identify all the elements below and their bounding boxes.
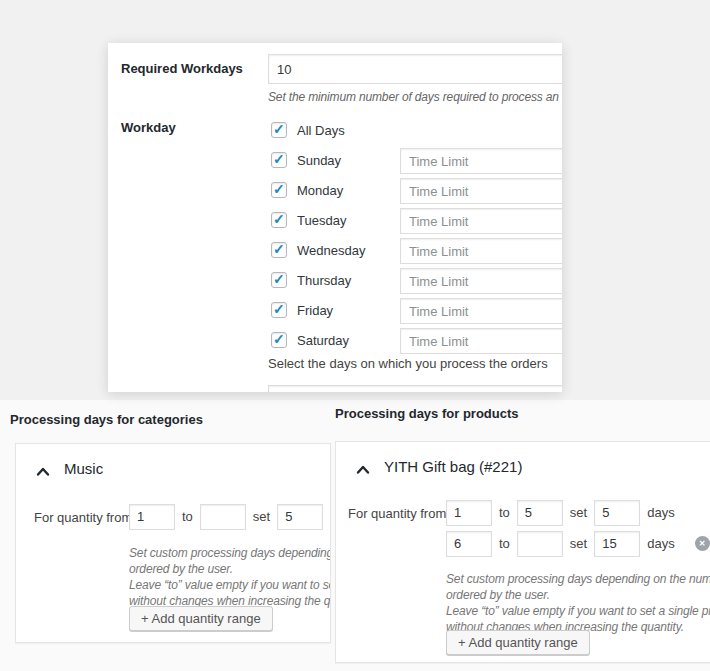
wednesday-label: Wednesday [297,243,365,258]
day-row-monday: Monday [268,176,562,204]
friday-label: Friday [297,303,333,318]
quantity-range-row: to set days ✕ [446,530,710,557]
product-panel-yith-gift-bag: YITH Gift bag (#221) For quantity from t… [335,441,710,663]
days-label: days [647,536,674,551]
wednesday-checkbox[interactable] [271,242,287,258]
product-panel-title: YITH Gift bag (#221) [384,458,522,475]
saturday-time-limit-input[interactable] [400,328,562,354]
quantity-to-input[interactable] [517,531,563,557]
days-label: days [330,509,331,524]
all-days-checkbox[interactable] [271,122,287,138]
quantity-to-input[interactable] [517,500,563,526]
thursday-checkbox[interactable] [271,272,287,288]
description-line: Set custom processing days depending on … [129,545,331,561]
tuesday-checkbox[interactable] [271,212,287,228]
description-line: ordered by the user. [129,561,331,577]
collapse-icon[interactable] [356,462,370,474]
workday-label: Workday [121,120,176,135]
description-line: Set custom processing days depending on … [446,571,710,587]
quantity-days-input[interactable] [277,504,323,530]
categories-section-heading: Processing days for categories [10,412,203,427]
workday-description: Select the days on which you process the… [268,356,548,371]
thursday-label: Thursday [297,273,351,288]
products-section-heading: Processing days for products [335,406,519,421]
quantity-description: Set custom processing days depending on … [446,571,710,635]
monday-checkbox[interactable] [271,182,287,198]
sunday-checkbox[interactable] [271,152,287,168]
set-label: set [570,536,587,551]
monday-time-limit-input[interactable] [400,178,562,204]
thursday-time-limit-input[interactable] [400,268,562,294]
tuesday-time-limit-input[interactable] [400,208,562,234]
required-workdays-description: Set the minimum number of days required … [268,90,562,104]
description-line: Leave “to” value empty if you want to se… [446,603,710,619]
quantity-from-input[interactable] [129,504,175,530]
to-label: to [499,505,510,520]
category-panel-music: Music For quantity from to set days Set … [15,443,331,643]
quantity-rows: to set days to set days ✕ [446,499,710,561]
required-workdays-input[interactable] [268,54,562,84]
day-row-saturday: Saturday [268,326,562,354]
description-line: Leave “to” value empty if you want to se… [129,577,331,593]
all-days-label: All Days [297,123,345,138]
quantity-to-input[interactable] [200,504,246,530]
required-workdays-label: Required Workdays [121,61,243,76]
add-quantity-range-button[interactable]: + Add quantity range [446,630,590,655]
to-label: to [182,509,193,524]
quantity-from-input[interactable] [446,531,492,557]
quantity-range-row: to set days [129,503,331,530]
add-quantity-range-button[interactable]: + Add quantity range [129,606,273,631]
quantity-description: Set custom processing days depending on … [129,545,331,609]
quantity-rows: to set days [129,503,331,534]
quantity-from-label: For quantity from [34,510,132,525]
description-line: ordered by the user. [446,587,710,603]
day-row-tuesday: Tuesday [268,206,562,234]
saturday-label: Saturday [297,333,349,348]
sunday-time-limit-input[interactable] [400,148,562,174]
day-row-sunday: Sunday [268,146,562,174]
set-label: set [570,505,587,520]
monday-label: Monday [297,183,343,198]
quantity-from-label: For quantity from [348,506,446,521]
day-row-friday: Friday [268,296,562,324]
category-panel-title: Music [64,460,103,477]
to-label: to [499,536,510,551]
delete-row-icon[interactable]: ✕ [695,536,710,551]
quantity-days-input[interactable] [594,531,640,557]
day-row-wednesday: Wednesday [268,236,562,264]
wednesday-time-limit-input[interactable] [400,238,562,264]
workday-settings-card: Required Workdays Set the minimum number… [108,43,562,392]
friday-checkbox[interactable] [271,302,287,318]
quantity-range-row: to set days [446,499,710,526]
days-label: days [647,505,674,520]
partial-next-input[interactable] [268,385,562,392]
friday-time-limit-input[interactable] [400,298,562,324]
set-label: set [253,509,270,524]
quantity-days-input[interactable] [594,500,640,526]
saturday-checkbox[interactable] [271,332,287,348]
sunday-label: Sunday [297,153,341,168]
collapse-icon[interactable] [36,464,50,476]
quantity-from-input[interactable] [446,500,492,526]
day-row-thursday: Thursday [268,266,562,294]
tuesday-label: Tuesday [297,213,346,228]
